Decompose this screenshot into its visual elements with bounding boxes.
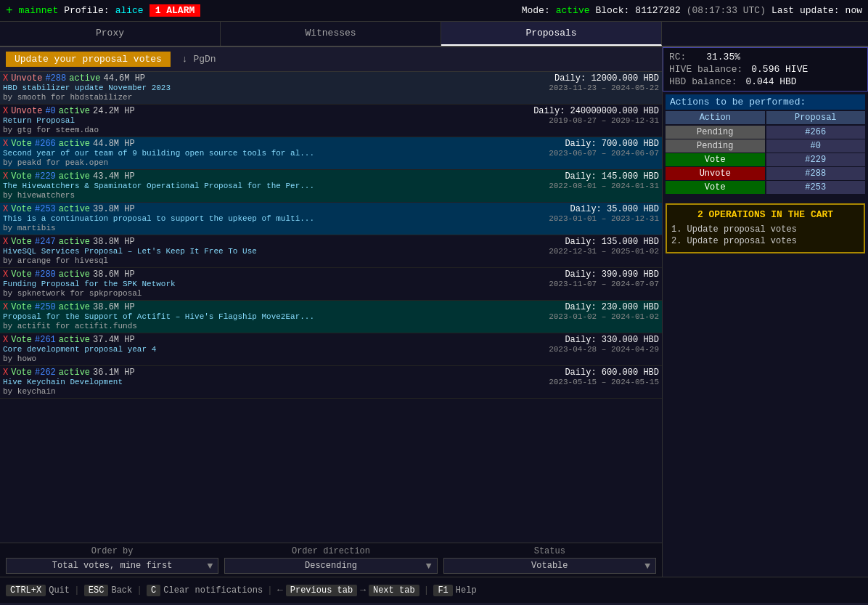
list-item[interactable]: X Vote #261 active 37.4M HP Daily: 330.0… <box>0 333 662 366</box>
order-by-select[interactable]: Total votes, mine first Total votes Date… <box>6 558 218 574</box>
tab-proxy[interactable]: Proxy <box>0 22 221 46</box>
ops-item-1: 1. Update proposal votes <box>671 224 859 235</box>
action-unvote: Unvote <box>11 106 42 116</box>
list-item[interactable]: X Vote #266 active 44.8M HP Daily: 700.0… <box>0 137 662 170</box>
proposal-daily: Daily: 135.000 HBD <box>565 237 659 247</box>
list-item[interactable]: X Unvote #288 active 44.6M HP Daily: 120… <box>0 72 662 105</box>
proposal-id: #247 <box>35 237 56 247</box>
quit-label: Quit <box>49 585 70 596</box>
c-key[interactable]: C <box>147 585 160 596</box>
f1-key[interactable]: F1 <box>433 585 452 596</box>
clear-notifications-label: Clear notifications <box>163 585 263 596</box>
proposal-author: by spknetwork for spkproposal <box>3 289 142 298</box>
action-vote: Vote <box>11 335 32 345</box>
action-vote: Vote <box>11 171 32 182</box>
action-x: X <box>3 106 8 116</box>
update-votes-button[interactable]: Update your proposal votes <box>6 52 171 67</box>
profile-name: alice <box>115 5 144 16</box>
proposal-hp: 37.4M HP <box>93 335 135 345</box>
proposal-id: #253 <box>35 204 56 214</box>
action-vote: Vote <box>11 139 32 149</box>
list-item[interactable]: X Vote #247 active 38.8M HP Daily: 135.0… <box>0 235 662 268</box>
proposal-hp: 24.2M HP <box>93 106 135 116</box>
nav-tabs: Proxy Witnesses Proposals <box>0 22 868 47</box>
proposal-id: #280 <box>35 269 56 280</box>
proposal-title: Hive Keychain Development <box>3 378 123 386</box>
action-row: Pending #266 <box>666 126 865 139</box>
action-vote: Vote <box>11 204 32 214</box>
ops-item-2: 2. Update proposal votes <box>671 236 859 246</box>
proposal-dates: 2023-11-23 – 2024-05-22 <box>549 84 659 92</box>
action-x: X <box>3 368 8 378</box>
proposal-status: active <box>59 269 90 280</box>
rc-label: RC: <box>669 52 686 62</box>
proposal-dates: 2023-01-01 – 2023-12-31 <box>549 214 659 223</box>
profile-label: Profile: <box>64 5 109 16</box>
tab-witnesses[interactable]: Witnesses <box>221 22 441 46</box>
action-col-header: Action <box>666 111 765 124</box>
proposal-header: Update your proposal votes ↓ PgDn <box>0 47 662 72</box>
separator: | <box>424 585 430 596</box>
action-unvote: Unvote <box>11 73 42 84</box>
esc-key[interactable]: ESC <box>84 585 109 596</box>
order-dir-select[interactable]: Descending Ascending <box>224 558 437 574</box>
next-tab-key[interactable]: Next tab <box>369 585 419 596</box>
proposal-daily: Daily: 600.000 HBD <box>565 368 659 378</box>
separator: | <box>136 585 142 596</box>
proposal-daily: Daily: 700.000 HBD <box>565 139 659 149</box>
proposal-id: #229 <box>35 171 56 182</box>
bottom-controls: Order by Total votes, mine first Total v… <box>0 543 662 577</box>
proposal-author: by peakd for peak.open <box>3 158 108 167</box>
top-bar: + mainnet Profile: alice 1 ALARM Mode: a… <box>0 0 868 22</box>
action-proposal: #253 <box>766 181 866 194</box>
update-label: Last update: <box>771 5 840 16</box>
hbd-balance-label: HBD balance: <box>669 76 737 87</box>
tab-proposals[interactable]: Proposals <box>441 22 662 46</box>
proposal-dates: 2023-04-28 – 2024-04-29 <box>549 345 659 354</box>
proposal-hp: 38.6M HP <box>93 269 135 280</box>
action-proposal: #0 <box>766 139 866 153</box>
action-vote: Vote <box>11 237 32 247</box>
proposal-title: The Hivewatchers & Spaminator Operationa… <box>3 182 314 190</box>
list-item[interactable]: X Vote #262 active 36.1M HP Daily: 600.0… <box>0 366 662 399</box>
list-item[interactable]: X Vote #250 active 38.6M HP Daily: 230.0… <box>0 301 662 333</box>
list-item[interactable]: X Vote #280 active 38.6M HP Daily: 390.0… <box>0 268 662 301</box>
separator: | <box>74 585 80 596</box>
proposal-status: active <box>59 171 90 182</box>
proposal-title: Return Proposal <box>3 116 75 125</box>
proposal-id: #261 <box>35 335 56 345</box>
status-select[interactable]: Votable Active All Inactive <box>443 558 656 574</box>
proposal-dates: 2022-12-31 – 2025-01-02 <box>549 247 659 256</box>
proposal-hp: 36.1M HP <box>93 368 135 378</box>
proposal-title: Funding Proposal for the SPK Network <box>3 280 176 288</box>
action-x: X <box>3 171 8 182</box>
list-item[interactable]: X Vote #229 active 43.4M HP Daily: 145.0… <box>0 170 662 203</box>
proposal-daily: Daily: 240000000.000 HBD <box>533 106 659 116</box>
proposal-title: Second year of our team of 9 building op… <box>3 149 314 158</box>
previous-tab-key[interactable]: Previous tab <box>286 585 357 596</box>
proposal-title: HiveSQL Services Proposal – Let's Keep I… <box>3 247 257 256</box>
update-value: now <box>846 5 862 16</box>
proposal-status: active <box>59 302 90 312</box>
action-vote: Vote <box>11 368 32 378</box>
order-by-control: Order by Total votes, mine first Total v… <box>6 546 218 574</box>
action-row: Pending #0 <box>666 139 865 153</box>
network-label: mainnet <box>19 5 59 16</box>
proposal-title: Proposal for the Support of Actifit – Hi… <box>3 312 314 321</box>
block-value: 81127282 <box>635 5 680 16</box>
list-item[interactable]: X Vote #253 active 39.8M HP Daily: 35.00… <box>0 203 662 235</box>
action-type: Pending <box>666 126 765 139</box>
main-content: Update your proposal votes ↓ PgDn X Unvo… <box>0 47 868 577</box>
operations-cart: 2 OPERATIONS IN THE CART 1. Update propo… <box>666 203 865 253</box>
ctrl-x-key[interactable]: CTRL+X <box>6 585 46 596</box>
proposal-author: by gtg for steem.dao <box>3 126 99 134</box>
alarm-badge[interactable]: 1 ALARM <box>150 4 201 17</box>
proposal-id: #250 <box>35 302 56 312</box>
proposal-id: #266 <box>35 139 56 149</box>
proposal-dates: 2023-05-15 – 2024-05-15 <box>549 378 659 386</box>
order-by-label: Order by <box>91 546 134 556</box>
proposal-dates: 2023-06-07 – 2024-06-07 <box>549 149 659 158</box>
list-item[interactable]: X Unvote #0 active 24.2M HP Daily: 24000… <box>0 105 662 137</box>
actions-header: Actions to be performed: <box>666 94 865 110</box>
status-label: Status <box>534 546 565 556</box>
